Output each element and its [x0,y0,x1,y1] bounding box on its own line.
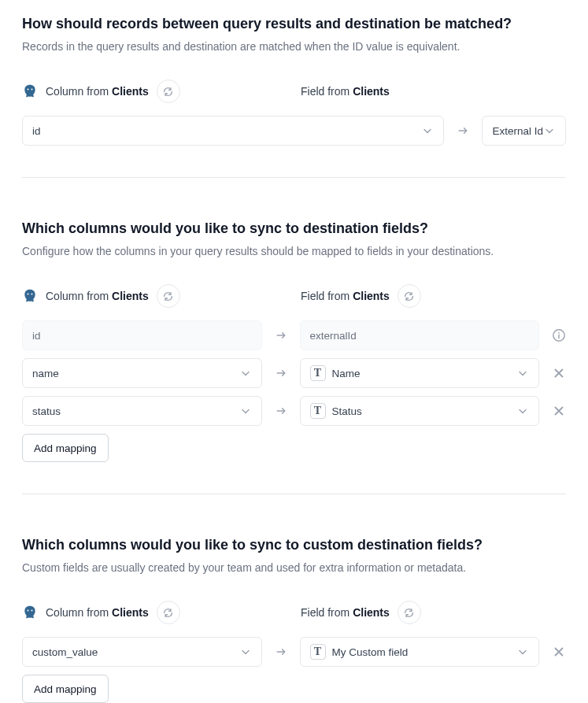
sync-source-select[interactable]: name [22,358,262,388]
custom-source-value: custom_value [32,646,239,658]
match-section: How should records between query results… [22,16,566,177]
remove-row-button[interactable] [552,404,566,418]
match-dest-header: Field from Clients [301,85,521,98]
sync-dest-label: Field from Clients [301,290,390,302]
sync-dest-value: Status [332,405,517,417]
text-type-icon: T [310,644,326,660]
match-dest-select[interactable]: External Id [482,116,566,146]
sync-row: status T Status [22,396,566,426]
chevron-down-icon [239,646,252,658]
custom-source-label: Column from Clients [46,606,149,619]
refresh-dest-button[interactable] [398,601,421,624]
custom-section: Which columns would you like to sync to … [22,494,566,703]
match-source-select[interactable]: id [22,116,444,146]
sync-source-value: status [32,405,239,417]
sync-dest-select[interactable]: T Name [300,358,540,388]
postgres-icon [22,288,38,304]
arrow-right-icon [275,646,287,658]
chevron-down-icon [421,124,434,137]
text-type-icon: T [310,403,326,419]
sync-dest-locked-value: externalId [310,330,530,342]
refresh-source-button[interactable] [157,80,180,103]
sync-source-label: Column from Clients [46,290,149,302]
match-source-value: id [32,125,421,137]
add-mapping-button[interactable]: Add mapping [22,675,109,703]
chevron-down-icon [543,124,556,137]
match-desc: Records in the query results and destina… [22,40,566,53]
custom-dest-value: My Custom field [332,646,517,658]
chevron-down-icon [239,367,252,379]
sync-desc: Configure how the columns in your query … [22,245,566,257]
chevron-down-icon [516,405,529,417]
sync-section: Which columns would you like to sync to … [22,177,566,494]
remove-row-button[interactable] [552,366,566,380]
custom-dest-header: Field from Clients [301,601,521,624]
info-icon[interactable] [552,328,566,342]
sync-source-value: name [32,368,239,379]
sync-dest-value: Name [332,368,517,379]
chevron-down-icon [516,367,529,379]
sync-source-header: Column from Clients [22,284,263,308]
custom-dest-select[interactable]: T My Custom field [300,637,540,667]
sync-row: name T Name [22,358,566,388]
sync-headers: Column from Clients Field from Clients [22,284,566,308]
sync-source-locked-value: id [32,330,252,342]
match-title: How should records between query results… [22,16,566,32]
match-row: id External Id [22,116,566,146]
match-headers: Column from Clients Field from Clients [22,80,566,103]
match-dest-value: External Id [492,125,543,137]
arrow-right-icon [275,367,287,379]
sync-row-locked: id externalId [22,320,566,350]
custom-source-select[interactable]: custom_value [22,637,262,667]
add-mapping-button[interactable]: Add mapping [22,434,109,462]
arrow-right-icon [275,405,287,417]
match-dest-label: Field from Clients [301,85,390,98]
custom-title: Which columns would you like to sync to … [22,537,566,553]
text-type-icon: T [310,365,326,381]
refresh-dest-button[interactable] [398,284,421,308]
match-source-header: Column from Clients [22,80,263,103]
custom-source-header: Column from Clients [22,601,263,624]
sync-dest-select[interactable]: T Status [300,396,540,426]
custom-row: custom_value T My Custom field [22,637,566,667]
postgres-icon [22,605,38,620]
sync-dest-locked: externalId [300,320,540,350]
sync-source-select[interactable]: status [22,396,262,426]
sync-title: Which columns would you like to sync to … [22,220,566,237]
postgres-icon [22,83,38,99]
refresh-source-button[interactable] [157,601,180,624]
custom-headers: Column from Clients Field from Clients [22,601,566,624]
sync-dest-header: Field from Clients [301,284,521,308]
arrow-right-icon [457,124,469,137]
sync-source-locked: id [22,320,262,350]
arrow-right-icon [275,329,287,342]
chevron-down-icon [516,646,529,658]
remove-row-button[interactable] [552,645,566,659]
match-source-label: Column from Clients [46,85,149,98]
custom-dest-label: Field from Clients [301,606,390,619]
custom-desc: Custom fields are usually created by you… [22,561,566,574]
chevron-down-icon [239,405,252,417]
refresh-source-button[interactable] [157,284,180,308]
